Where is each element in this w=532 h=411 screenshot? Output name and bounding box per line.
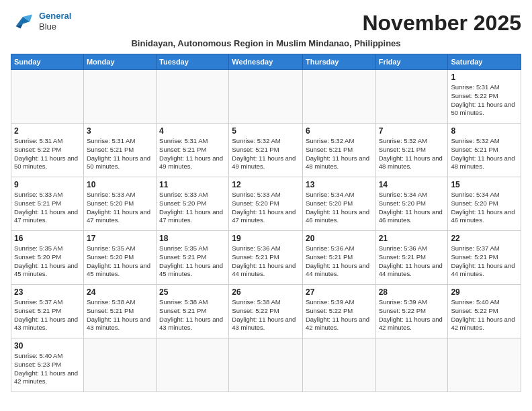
day-number: 16 (14, 234, 81, 243)
day-info: Sunrise: 5:31 AM Sunset: 5:22 PM Dayligh… (14, 137, 81, 171)
calendar-cell: 1Sunrise: 5:31 AM Sunset: 5:22 PM Daylig… (448, 70, 521, 124)
day-number: 5 (232, 126, 300, 136)
calendar-cell: 5Sunrise: 5:32 AM Sunset: 5:21 PM Daylig… (229, 124, 303, 177)
day-number: 24 (87, 287, 153, 297)
day-number: 13 (306, 180, 373, 189)
day-info: Sunrise: 5:32 AM Sunset: 5:21 PM Dayligh… (451, 137, 518, 171)
day-number: 2 (14, 126, 81, 136)
day-number: 25 (159, 287, 226, 297)
day-info: Sunrise: 5:36 AM Sunset: 5:21 PM Dayligh… (232, 244, 300, 279)
calendar-cell: 8Sunrise: 5:32 AM Sunset: 5:21 PM Daylig… (448, 124, 521, 177)
weekday-header: Friday (375, 54, 448, 70)
day-number: 9 (14, 180, 81, 189)
calendar-cell (157, 70, 229, 124)
day-number: 7 (379, 126, 445, 136)
calendar-week-row: 23Sunrise: 5:37 AM Sunset: 5:21 PM Dayli… (11, 285, 521, 338)
calendar-cell: 12Sunrise: 5:33 AM Sunset: 5:20 PM Dayli… (229, 177, 303, 231)
day-number: 22 (451, 234, 518, 243)
day-info: Sunrise: 5:34 AM Sunset: 5:20 PM Dayligh… (451, 191, 518, 225)
calendar-cell: 28Sunrise: 5:39 AM Sunset: 5:22 PM Dayli… (375, 285, 448, 338)
day-number: 14 (379, 180, 445, 189)
day-number: 18 (159, 234, 226, 243)
month-title: November 2025 (362, 11, 521, 36)
day-number: 21 (379, 234, 445, 243)
day-info: Sunrise: 5:40 AM Sunset: 5:23 PM Dayligh… (14, 352, 81, 386)
day-info: Sunrise: 5:33 AM Sunset: 5:20 PM Dayligh… (159, 191, 226, 225)
day-number: 3 (87, 126, 153, 136)
calendar-cell: 9Sunrise: 5:33 AM Sunset: 5:21 PM Daylig… (11, 177, 84, 231)
calendar-cell: 30Sunrise: 5:40 AM Sunset: 5:23 PM Dayli… (11, 338, 84, 392)
calendar-cell: 17Sunrise: 5:35 AM Sunset: 5:20 PM Dayli… (83, 231, 156, 285)
day-info: Sunrise: 5:33 AM Sunset: 5:20 PM Dayligh… (87, 191, 153, 225)
calendar-cell: 3Sunrise: 5:31 AM Sunset: 5:21 PM Daylig… (83, 124, 156, 177)
calendar-cell: 21Sunrise: 5:36 AM Sunset: 5:21 PM Dayli… (375, 231, 448, 285)
day-number: 23 (14, 287, 81, 297)
day-number: 10 (87, 180, 153, 189)
calendar-cell (302, 70, 375, 124)
weekday-header: Sunday (11, 54, 84, 70)
weekday-header: Monday (83, 54, 156, 70)
day-info: Sunrise: 5:35 AM Sunset: 5:21 PM Dayligh… (159, 244, 226, 279)
calendar-cell: 22Sunrise: 5:37 AM Sunset: 5:21 PM Dayli… (448, 231, 521, 285)
day-info: Sunrise: 5:38 AM Sunset: 5:21 PM Dayligh… (159, 298, 226, 332)
day-info: Sunrise: 5:36 AM Sunset: 5:21 PM Dayligh… (306, 244, 373, 279)
day-info: Sunrise: 5:40 AM Sunset: 5:22 PM Dayligh… (451, 298, 518, 332)
calendar-cell (157, 338, 229, 392)
calendar-cell (229, 338, 303, 392)
day-number: 27 (306, 287, 373, 297)
calendar-cell: 18Sunrise: 5:35 AM Sunset: 5:21 PM Dayli… (157, 231, 229, 285)
day-number: 6 (306, 126, 373, 136)
day-number: 1 (451, 73, 518, 82)
day-number: 19 (232, 234, 300, 243)
calendar-header-row: SundayMondayTuesdayWednesdayThursdayFrid… (11, 54, 521, 70)
calendar-cell: 6Sunrise: 5:32 AM Sunset: 5:21 PM Daylig… (302, 124, 375, 177)
calendar-cell: 14Sunrise: 5:34 AM Sunset: 5:20 PM Dayli… (375, 177, 448, 231)
day-number: 30 (14, 341, 81, 351)
day-info: Sunrise: 5:34 AM Sunset: 5:20 PM Dayligh… (306, 191, 373, 225)
logo-text: GeneralBlue (39, 11, 71, 32)
calendar-cell (229, 70, 303, 124)
day-number: 11 (159, 180, 226, 189)
weekday-header: Wednesday (229, 54, 303, 70)
calendar-cell (83, 338, 156, 392)
day-number: 12 (232, 180, 300, 189)
calendar-cell: 7Sunrise: 5:32 AM Sunset: 5:21 PM Daylig… (375, 124, 448, 177)
calendar-week-row: 9Sunrise: 5:33 AM Sunset: 5:21 PM Daylig… (11, 177, 521, 231)
calendar-cell: 13Sunrise: 5:34 AM Sunset: 5:20 PM Dayli… (302, 177, 375, 231)
calendar-cell (83, 70, 156, 124)
calendar-cell: 29Sunrise: 5:40 AM Sunset: 5:22 PM Dayli… (448, 285, 521, 338)
calendar-cell: 11Sunrise: 5:33 AM Sunset: 5:20 PM Dayli… (157, 177, 229, 231)
calendar-cell: 2Sunrise: 5:31 AM Sunset: 5:22 PM Daylig… (11, 124, 84, 177)
day-info: Sunrise: 5:38 AM Sunset: 5:21 PM Dayligh… (87, 298, 153, 332)
day-number: 28 (379, 287, 445, 297)
day-info: Sunrise: 5:33 AM Sunset: 5:20 PM Dayligh… (232, 191, 300, 225)
day-info: Sunrise: 5:36 AM Sunset: 5:21 PM Dayligh… (379, 244, 445, 279)
weekday-header: Saturday (448, 54, 521, 70)
calendar-cell: 15Sunrise: 5:34 AM Sunset: 5:20 PM Dayli… (448, 177, 521, 231)
calendar-cell (375, 338, 448, 392)
calendar-cell: 10Sunrise: 5:33 AM Sunset: 5:20 PM Dayli… (83, 177, 156, 231)
calendar: SundayMondayTuesdayWednesdayThursdayFrid… (11, 54, 521, 392)
day-number: 15 (451, 180, 518, 189)
calendar-cell (11, 70, 84, 124)
calendar-week-row: 2Sunrise: 5:31 AM Sunset: 5:22 PM Daylig… (11, 124, 521, 177)
calendar-cell: 24Sunrise: 5:38 AM Sunset: 5:21 PM Dayli… (83, 285, 156, 338)
day-info: Sunrise: 5:37 AM Sunset: 5:21 PM Dayligh… (14, 298, 81, 332)
day-number: 4 (159, 126, 226, 136)
day-info: Sunrise: 5:32 AM Sunset: 5:21 PM Dayligh… (232, 137, 300, 171)
calendar-week-row: 16Sunrise: 5:35 AM Sunset: 5:20 PM Dayli… (11, 231, 521, 285)
weekday-header: Tuesday (157, 54, 229, 70)
calendar-cell: 20Sunrise: 5:36 AM Sunset: 5:21 PM Dayli… (302, 231, 375, 285)
day-number: 8 (451, 126, 518, 136)
day-info: Sunrise: 5:33 AM Sunset: 5:21 PM Dayligh… (14, 191, 81, 225)
day-info: Sunrise: 5:35 AM Sunset: 5:20 PM Dayligh… (14, 244, 81, 279)
day-number: 29 (451, 287, 518, 297)
calendar-cell: 16Sunrise: 5:35 AM Sunset: 5:20 PM Dayli… (11, 231, 84, 285)
day-info: Sunrise: 5:31 AM Sunset: 5:21 PM Dayligh… (159, 137, 226, 171)
day-info: Sunrise: 5:39 AM Sunset: 5:22 PM Dayligh… (306, 298, 373, 332)
calendar-cell: 19Sunrise: 5:36 AM Sunset: 5:21 PM Dayli… (229, 231, 303, 285)
day-number: 26 (232, 287, 300, 297)
calendar-cell: 26Sunrise: 5:38 AM Sunset: 5:22 PM Dayli… (229, 285, 303, 338)
calendar-cell (302, 338, 375, 392)
calendar-cell: 4Sunrise: 5:31 AM Sunset: 5:21 PM Daylig… (157, 124, 229, 177)
